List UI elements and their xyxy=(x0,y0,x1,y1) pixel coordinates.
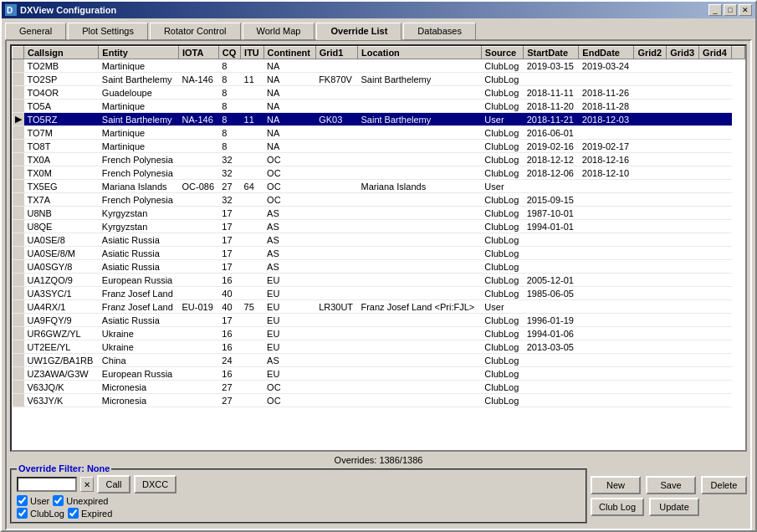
update-button[interactable]: Update xyxy=(649,498,699,516)
table-row[interactable]: UA3SYC/1Franz Josef Land40EUClubLog1985-… xyxy=(13,287,745,300)
cell-itu: 11 xyxy=(241,113,264,126)
table-row[interactable]: TX0MFrench Polynesia32OCClubLog2018-12-0… xyxy=(13,166,745,180)
tab-databases[interactable]: Databases xyxy=(403,23,476,40)
cell-grid4 xyxy=(699,340,732,354)
table-row[interactable]: U8QEKyrgyzstan17ASClubLog1994-01-01 xyxy=(13,220,745,233)
col-grid1[interactable]: Grid1 xyxy=(315,47,357,59)
cell-entity: Ukraine xyxy=(99,340,179,354)
table-row[interactable]: UR6GWZ/YLUkraine16EUClubLog1994-01-06 xyxy=(13,327,745,340)
tab-override-list[interactable]: Override List xyxy=(316,23,402,40)
table-row[interactable]: TX7AFrench Polynesia32OCClubLog2015-09-1… xyxy=(13,193,745,207)
col-iota[interactable]: IOTA xyxy=(179,47,219,59)
cell-grid1: GK03 xyxy=(315,113,357,126)
cell-grid4 xyxy=(699,394,732,407)
cell-grid3 xyxy=(667,327,699,340)
call-button[interactable]: Call xyxy=(97,475,130,494)
cell-itu xyxy=(241,153,264,166)
table-row[interactable]: UA4RX/1Franz Josef LandEU-0194075EULR30U… xyxy=(13,300,745,314)
cell-enddate xyxy=(579,354,634,367)
expired-checkbox-label[interactable]: Expired xyxy=(68,508,112,519)
table-row[interactable]: TO2SPSaint BarthelemyNA-146811NAFK870VSa… xyxy=(13,73,745,86)
user-checkbox[interactable] xyxy=(17,495,28,506)
delete-button[interactable]: Delete xyxy=(701,476,747,494)
user-checkbox-label[interactable]: User xyxy=(17,495,49,506)
table-row[interactable]: V63JQ/KMicronesia27OCClubLog xyxy=(13,381,745,394)
cell-startdate: 2019-03-15 xyxy=(524,59,579,73)
col-startdate[interactable]: StartDate xyxy=(524,47,579,59)
table-row[interactable]: UZ3AWA/G3WEuropean Russia16EUClubLog xyxy=(13,367,745,381)
table-row[interactable]: U8NBKyrgyzstan17ASClubLog1987-10-01 xyxy=(13,207,745,220)
close-button[interactable]: ✕ xyxy=(739,4,752,16)
cell-itu xyxy=(241,220,264,233)
new-button[interactable]: New xyxy=(591,476,641,494)
cell-iota xyxy=(179,274,219,287)
cell-enddate xyxy=(579,340,634,354)
table-row[interactable]: TO7MMartinique8NAClubLog2016-06-01 xyxy=(13,126,745,140)
cell-itu xyxy=(241,247,264,260)
table-row[interactable]: ▶TO5RZSaint BarthelemyNA-146811NAGK03Sai… xyxy=(13,113,745,126)
table-row[interactable]: UT2EE/YLUkraine16EUClubLog2013-03-05 xyxy=(13,340,745,354)
action-row-2: Club Log Update xyxy=(591,498,747,516)
unexpired-checkbox[interactable] xyxy=(53,495,64,506)
cell-grid2 xyxy=(634,247,667,260)
table-row[interactable]: UA0SGY/8Asiatic Russia17ASClubLog xyxy=(13,260,745,274)
table-row[interactable]: UA0SE/8Asiatic Russia17ASClubLog xyxy=(13,233,745,247)
cell-itu xyxy=(241,193,264,207)
col-enddate[interactable]: EndDate xyxy=(579,47,634,59)
col-callsign[interactable]: Callsign xyxy=(24,47,99,59)
minimize-button[interactable]: _ xyxy=(708,4,722,16)
clublog-checkbox[interactable] xyxy=(17,508,28,519)
col-itu[interactable]: ITU xyxy=(241,47,264,59)
col-grid4[interactable]: Grid4 xyxy=(699,47,732,59)
col-location[interactable]: Location xyxy=(357,47,481,59)
clublog-checkbox-label[interactable]: ClubLog xyxy=(17,508,64,519)
tab-plot-settings[interactable]: Plot Settings xyxy=(68,23,148,40)
dxcc-button[interactable]: DXCC xyxy=(134,475,176,494)
col-cq[interactable]: CQ xyxy=(218,47,240,59)
cell-cq: 16 xyxy=(218,274,240,287)
expired-checkbox[interactable] xyxy=(68,508,79,519)
cell-grid1 xyxy=(315,140,357,153)
cell-iota xyxy=(179,327,219,340)
cell-startdate xyxy=(524,354,579,367)
table-row[interactable]: UA1ZQO/9European Russia16EUClubLog2005-1… xyxy=(13,274,745,287)
cell-grid4 xyxy=(699,381,732,394)
cell-grid3 xyxy=(667,86,699,100)
unexpired-checkbox-label[interactable]: Unexpired xyxy=(53,495,108,506)
maximize-button[interactable]: □ xyxy=(724,4,737,16)
cell-source: ClubLog xyxy=(481,207,523,220)
table-row[interactable]: V63JY/KMicronesia27OCClubLog xyxy=(13,394,745,407)
tab-general[interactable]: General xyxy=(5,23,66,40)
override-table-container[interactable]: Callsign Entity IOTA CQ ITU Continent Gr… xyxy=(10,44,747,452)
cell-cq: 8 xyxy=(218,86,240,100)
cell-grid4 xyxy=(699,247,732,260)
col-source[interactable]: Source xyxy=(481,47,523,59)
cell-startdate xyxy=(524,247,579,260)
cell-grid1: FK870V xyxy=(315,73,357,86)
table-row[interactable]: UW1GZ/BA1RBChina24ASClubLog xyxy=(13,354,745,367)
table-row[interactable]: TX0AFrench Polynesia32OCClubLog2018-12-1… xyxy=(13,153,745,166)
col-entity[interactable]: Entity xyxy=(99,47,179,59)
col-grid3[interactable]: Grid3 xyxy=(667,47,699,59)
col-continent[interactable]: Continent xyxy=(263,47,315,59)
cell-grid4 xyxy=(699,59,732,73)
cell-indicator xyxy=(13,233,24,247)
table-row[interactable]: UA9FQY/9Asiatic Russia17EUClubLog1996-01… xyxy=(13,314,745,327)
table-row[interactable]: TO2MBMartinique8NAClubLog2019-03-152019-… xyxy=(13,59,745,73)
table-row[interactable]: UA0SE/8/MAsiatic Russia17ASClubLog xyxy=(13,247,745,260)
cell-iota: NA-146 xyxy=(179,73,219,86)
col-grid2[interactable]: Grid2 xyxy=(634,47,667,59)
table-row[interactable]: TO8TMartinique8NAClubLog2019-02-162019-0… xyxy=(13,140,745,153)
cell-source: ClubLog xyxy=(481,274,523,287)
search-input[interactable] xyxy=(17,477,77,492)
table-row[interactable]: TX5EGMariana IslandsOC-0862764OCMariana … xyxy=(13,180,745,193)
clublog-button[interactable]: Club Log xyxy=(591,498,644,516)
tab-world-map[interactable]: World Map xyxy=(243,23,315,40)
table-row[interactable]: TO5AMartinique8NAClubLog2018-11-202018-1… xyxy=(13,100,745,113)
tab-rotator-control[interactable]: Rotator Control xyxy=(150,23,241,40)
cell-source: ClubLog xyxy=(481,327,523,340)
table-row[interactable]: TO4ORGuadeloupe8NAClubLog2018-11-112018-… xyxy=(13,86,745,100)
cell-iota: OC-086 xyxy=(179,180,219,193)
save-button[interactable]: Save xyxy=(646,476,696,494)
clear-search-button[interactable]: ✕ xyxy=(80,477,94,492)
